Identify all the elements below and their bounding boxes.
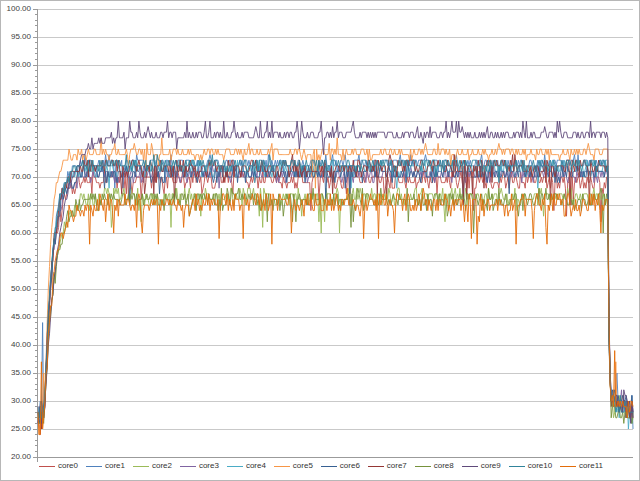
y-axis-label: 25.00 (1, 424, 31, 434)
legend-swatch (133, 466, 149, 467)
legend-swatch (227, 466, 243, 467)
legend-label: core9 (481, 461, 501, 471)
legend-swatch (415, 466, 431, 467)
y-axis-label: 70.00 (1, 172, 31, 182)
y-axis-label: 45.00 (1, 312, 31, 322)
legend-item-core3[interactable]: core3 (180, 461, 219, 471)
legend-item-core2[interactable]: core2 (133, 461, 172, 471)
y-axis-label: 85.00 (1, 88, 31, 98)
y-axis-label: 60.00 (1, 228, 31, 238)
series-line-core2[interactable] (38, 188, 633, 423)
chart-frame[interactable]: 100.0095.0090.0085.0080.0075.0070.0065.0… (0, 0, 640, 481)
legend-swatch (368, 466, 384, 467)
chart-legend: core0core1core2core3core4core5core6core7… (39, 459, 603, 473)
y-axis-label: 95.00 (1, 32, 31, 42)
y-axis-label: 40.00 (1, 340, 31, 350)
series-line-core11[interactable] (38, 188, 633, 434)
y-axis-label: 100.00 (1, 4, 31, 14)
y-axis-label: 35.00 (1, 368, 31, 378)
legend-swatch (560, 466, 576, 467)
legend-item-core0[interactable]: core0 (39, 461, 78, 471)
legend-item-core9[interactable]: core9 (462, 461, 501, 471)
legend-label: core5 (293, 461, 313, 471)
y-axis-label: 75.00 (1, 144, 31, 154)
legend-swatch (462, 466, 478, 467)
legend-item-core8[interactable]: core8 (415, 461, 454, 471)
legend-item-core7[interactable]: core7 (368, 461, 407, 471)
y-axis-label: 55.00 (1, 256, 31, 266)
legend-label: core4 (246, 461, 266, 471)
legend-item-core11[interactable]: core11 (560, 461, 603, 471)
legend-label: core2 (152, 461, 172, 471)
series-line-core8[interactable] (38, 188, 633, 423)
legend-swatch (321, 466, 337, 467)
y-axis: 100.0095.0090.0085.0080.0075.0070.0065.0… (1, 1, 31, 481)
y-axis-label: 65.00 (1, 200, 31, 210)
legend-label: core11 (579, 461, 603, 471)
legend-swatch (180, 466, 196, 467)
legend-item-core1[interactable]: core1 (86, 461, 125, 471)
legend-item-core6[interactable]: core6 (321, 461, 360, 471)
legend-label: core10 (528, 461, 552, 471)
y-axis-label: 50.00 (1, 284, 31, 294)
legend-label: core6 (340, 461, 360, 471)
y-axis-label: 80.00 (1, 116, 31, 126)
legend-item-core10[interactable]: core10 (509, 461, 552, 471)
legend-swatch (39, 466, 55, 467)
legend-label: core3 (199, 461, 219, 471)
legend-label: core7 (387, 461, 407, 471)
y-axis-label: 90.00 (1, 60, 31, 70)
chart-plot-area[interactable] (1, 1, 640, 481)
legend-item-core5[interactable]: core5 (274, 461, 313, 471)
legend-swatch (86, 466, 102, 467)
y-axis-label: 30.00 (1, 396, 31, 406)
legend-swatch (509, 466, 525, 467)
legend-item-core4[interactable]: core4 (227, 461, 266, 471)
legend-label: core0 (58, 461, 78, 471)
legend-label: core8 (434, 461, 454, 471)
legend-swatch (274, 466, 290, 467)
legend-label: core1 (105, 461, 125, 471)
y-axis-label: 20.00 (1, 452, 31, 462)
